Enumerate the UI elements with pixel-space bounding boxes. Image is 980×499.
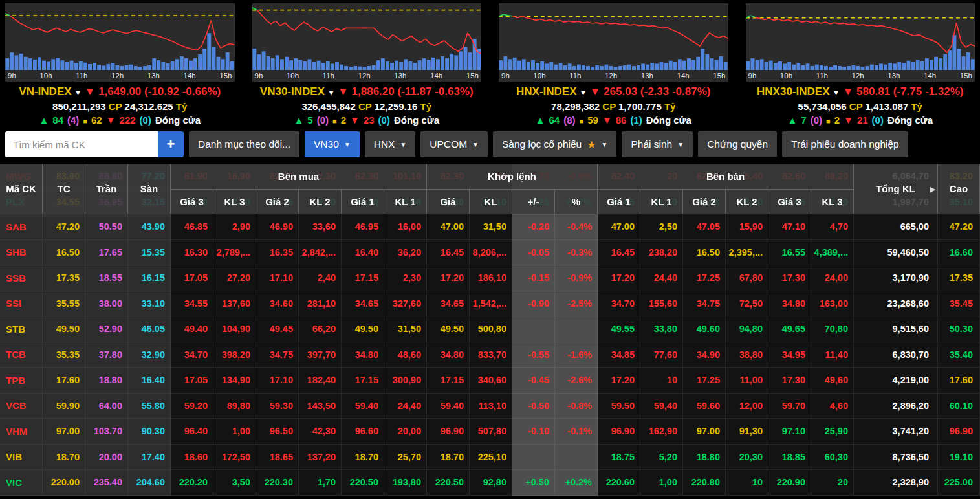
tab-label: UPCOM bbox=[430, 139, 467, 150]
stock-code: TPB bbox=[0, 368, 43, 394]
cell: 49,60 bbox=[811, 368, 854, 394]
cell: 17.15 bbox=[342, 265, 384, 291]
index-shares: 55,734,056 bbox=[798, 101, 847, 112]
unchanged-icon: ■ bbox=[332, 117, 337, 125]
table-row[interactable]: SAB47.2050.5043.9046.852,9046.9033,6046.… bbox=[0, 214, 980, 240]
cell: 17.20 bbox=[598, 265, 640, 291]
table-row[interactable]: STB49.5052.9046.0549.40104,9049.4566,204… bbox=[0, 316, 980, 342]
cell: 34.80 bbox=[342, 342, 384, 368]
index-panel: 9h10h11h12h13h14h15hVN30-INDEX▾▼ 1,886.2… bbox=[252, 3, 482, 126]
table-row[interactable]: SSB17.3518.5516.1517.0527,2017.102,4017.… bbox=[0, 265, 980, 291]
cell: 35.55 bbox=[43, 291, 85, 317]
index-shares: 78,298,382 bbox=[551, 101, 600, 112]
table-row[interactable]: VIC220.00235.40204.60220.203,50220.301,7… bbox=[0, 470, 980, 496]
tab-upcom[interactable]: UPCOM▼ bbox=[420, 131, 488, 157]
time-axis-label: 11h bbox=[323, 72, 334, 80]
chevron-down-icon[interactable]: ▾ bbox=[834, 88, 838, 97]
tab-s-ng-l-c-c-phi-u[interactable]: Sàng lọc cổ phiếu★▼ bbox=[493, 131, 616, 157]
tab-hnx[interactable]: HNX▼ bbox=[365, 131, 416, 157]
table-row[interactable]: VIB18.7020.0017.4018.60172,5018.65137,20… bbox=[0, 445, 980, 471]
tab-ch-ng-quy-n[interactable]: Chứng quyền bbox=[698, 131, 777, 157]
cell: 204.60 bbox=[128, 470, 171, 496]
time-axis-label: 10h bbox=[287, 72, 299, 80]
add-symbol-button[interactable]: + bbox=[158, 131, 184, 157]
cell: 24,40 bbox=[384, 394, 427, 419]
cell: 97.10 bbox=[768, 419, 811, 445]
cell: 17.20 bbox=[427, 265, 470, 291]
table-row[interactable]: TCB35.3537.8032.9034.70398,2034.75397,70… bbox=[0, 342, 980, 368]
chevron-down-icon[interactable]: ▾ bbox=[329, 88, 333, 97]
cell: 18.80 bbox=[683, 445, 726, 471]
cell: 59.70 bbox=[768, 394, 811, 419]
cell: 49.45 bbox=[256, 316, 299, 342]
cell: 18.70 bbox=[342, 445, 384, 471]
shares-unit: CP bbox=[106, 101, 125, 112]
header-sub: +/- bbox=[512, 190, 555, 214]
down-arrow-icon: ▼ bbox=[844, 115, 853, 126]
table-row[interactable]: SHB16.5017.6515.3516.302,789,...16.352,8… bbox=[0, 240, 980, 266]
cell: 17.15 bbox=[342, 368, 384, 394]
cell: 500,80 bbox=[470, 316, 512, 342]
tab-ph-i-sinh[interactable]: Phái sinh▼ bbox=[622, 131, 693, 157]
cell: 9,515,60 bbox=[854, 316, 938, 342]
cell: -0.90 bbox=[512, 291, 555, 317]
cell: +0.50 bbox=[512, 470, 555, 496]
cell: 59.20 bbox=[171, 394, 213, 419]
cell: 70,80 bbox=[811, 316, 854, 342]
table-row[interactable]: VHM97.00103.7090.3096.401,0096.5042,3096… bbox=[0, 419, 980, 445]
cell: 16.30 bbox=[171, 240, 213, 266]
index-down-arrow-icon: ▼ bbox=[590, 85, 601, 98]
chevron-down-icon[interactable]: ▾ bbox=[76, 88, 80, 97]
table-row[interactable]: VCB59.9064.0055.8059.2089,8059.30143,505… bbox=[0, 394, 980, 419]
tab-label: Sàng lọc cổ phiếu bbox=[502, 139, 582, 150]
cell: 35.40 bbox=[938, 342, 980, 368]
cell: -0.9% bbox=[555, 265, 598, 291]
cell: 91,30 bbox=[726, 419, 768, 445]
cell: 17.30 bbox=[768, 368, 811, 394]
header-sub: KL 1 bbox=[384, 190, 427, 214]
cell: 47.20 bbox=[43, 214, 85, 240]
cell: 15,90 bbox=[726, 214, 768, 240]
tab-danh-m-c-theo-d-i[interactable]: Danh mục theo dõi... bbox=[189, 131, 299, 157]
search-box: + bbox=[5, 131, 184, 157]
cell: 16.45 bbox=[427, 240, 470, 266]
cell: 16.60 bbox=[938, 240, 980, 266]
cell: -1.6% bbox=[555, 342, 598, 368]
cell: 94,80 bbox=[726, 316, 768, 342]
cell: -0.20 bbox=[512, 214, 555, 240]
cell: 17.30 bbox=[768, 265, 811, 291]
scroll-right-icon[interactable]: ▶ bbox=[930, 184, 935, 193]
cell: 17.10 bbox=[256, 265, 299, 291]
turnover-unit: Tỷ bbox=[662, 101, 676, 112]
table-row[interactable]: TPB17.6018.8016.4017.05134,9017.10182,40… bbox=[0, 368, 980, 394]
chevron-down-icon: ▼ bbox=[400, 141, 406, 148]
time-axis-label: 12h bbox=[605, 72, 617, 80]
cell: 327,60 bbox=[384, 291, 427, 317]
cell: 18.85 bbox=[768, 445, 811, 471]
cell: 17.35 bbox=[43, 265, 85, 291]
search-input[interactable] bbox=[5, 131, 158, 157]
star-icon: ★ bbox=[587, 139, 596, 151]
time-axis-label: 14h bbox=[430, 72, 442, 80]
shares-unit: CP bbox=[847, 101, 866, 112]
table-row[interactable]: SSI35.5538.0033.1034.55137,6034.60281,10… bbox=[0, 291, 980, 317]
chevron-down-icon[interactable]: ▾ bbox=[582, 88, 585, 97]
cell: 182,40 bbox=[299, 368, 342, 394]
cell: 49.50 bbox=[427, 316, 470, 342]
index-value: 580.81 (-7.75 -1.32%) bbox=[853, 85, 963, 98]
cell: 225.00 bbox=[938, 470, 980, 496]
cell: 2,842,... bbox=[299, 240, 342, 266]
stock-code: TCB bbox=[0, 342, 43, 368]
cell: -2.6% bbox=[555, 368, 598, 394]
cell: -0.50 bbox=[512, 394, 555, 419]
time-axis-label: 10h bbox=[533, 72, 545, 80]
header-sub: Giá bbox=[427, 190, 470, 214]
cell: -0.1% bbox=[555, 419, 598, 445]
tab-vn30[interactable]: VN30▼ bbox=[305, 131, 360, 157]
index-volume-row: 850,211,293 CP 24,312.625 Tỷ bbox=[5, 101, 235, 112]
cell: 2,395,... bbox=[726, 240, 768, 266]
tab-tr-i-phi-u-doanh-nghi-p[interactable]: Trái phiếu doanh nghiệp bbox=[782, 131, 908, 157]
cell: 34.70 bbox=[171, 342, 213, 368]
cell: 113,10 bbox=[470, 394, 512, 419]
index-name: HNX-INDEX bbox=[516, 85, 577, 98]
